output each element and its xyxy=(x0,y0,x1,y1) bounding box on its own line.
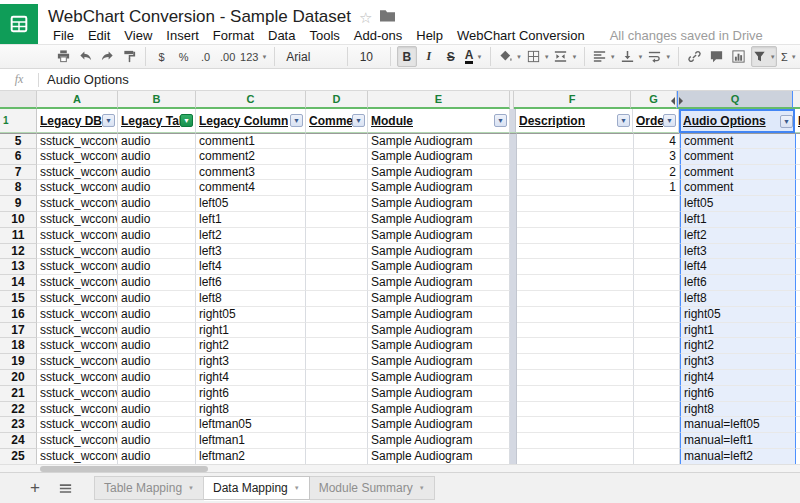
header-cell-C[interactable]: Legacy Column▼ xyxy=(196,109,306,133)
horizontal-align-button[interactable]: ▼ xyxy=(591,46,617,67)
cell-G14[interactable] xyxy=(634,275,680,291)
cell-Q21[interactable]: right6 xyxy=(680,386,796,402)
fill-color-button[interactable]: ▼ xyxy=(497,46,523,67)
frozen-pane-divider[interactable] xyxy=(510,386,517,402)
frozen-pane-divider[interactable] xyxy=(510,244,517,260)
cell-A7[interactable]: sstuck_wcconv xyxy=(37,165,118,181)
cell-Q17[interactable]: right1 xyxy=(680,323,796,339)
cell-E22[interactable]: Sample Audiogram xyxy=(368,402,510,418)
cell-Q8[interactable]: comment xyxy=(680,180,796,196)
frozen-pane-divider[interactable] xyxy=(510,402,517,418)
hidden-columns-right-arrow-icon[interactable] xyxy=(679,97,683,105)
cell-Q9[interactable]: left05 xyxy=(680,196,796,212)
cell-G7[interactable]: 2 xyxy=(634,165,680,181)
cell-E8[interactable]: Sample Audiogram xyxy=(368,180,510,196)
cell-A11[interactable]: sstuck_wcconv xyxy=(37,228,118,244)
cell-A25[interactable]: sstuck_wcconv xyxy=(37,449,118,465)
cell-A21[interactable]: sstuck_wcconv xyxy=(37,386,118,402)
cell-D20[interactable] xyxy=(306,370,368,386)
cell-C21[interactable]: right6 xyxy=(196,386,306,402)
cell-C16[interactable]: right05 xyxy=(196,307,306,323)
cell-F17[interactable] xyxy=(517,323,634,339)
frozen-pane-divider[interactable] xyxy=(510,133,517,149)
column-header-A[interactable]: A xyxy=(37,91,118,109)
cell-E6[interactable]: Sample Audiogram xyxy=(368,149,510,165)
redo-button[interactable] xyxy=(97,46,117,67)
cell-partial17[interactable] xyxy=(796,323,800,339)
select-all-corner[interactable] xyxy=(0,91,37,109)
frozen-pane-divider[interactable] xyxy=(510,417,517,433)
active-filter-funnel-button[interactable]: ▼ xyxy=(180,114,193,127)
text-color-button[interactable]: A▼ xyxy=(463,46,485,67)
cell-Q19[interactable]: right3 xyxy=(680,354,796,370)
cell-Q13[interactable]: left4 xyxy=(680,259,796,275)
cell-partial15[interactable] xyxy=(796,291,800,307)
cell-A17[interactable]: sstuck_wcconv xyxy=(37,323,118,339)
cell-D7[interactable] xyxy=(306,165,368,181)
increase-decimals-button[interactable]: .00 xyxy=(218,46,238,67)
header-cell-E[interactable]: Module▼ xyxy=(368,109,510,133)
row-header-10[interactable]: 10 xyxy=(0,212,37,228)
frozen-pane-divider[interactable] xyxy=(510,228,517,244)
cell-G15[interactable] xyxy=(634,291,680,307)
frozen-pane-divider[interactable] xyxy=(510,149,517,165)
cell-C20[interactable]: right4 xyxy=(196,370,306,386)
cell-C9[interactable]: left05 xyxy=(196,196,306,212)
cell-E25[interactable]: Sample Audiogram xyxy=(368,449,510,465)
row-header-11[interactable]: 11 xyxy=(0,228,37,244)
sheet-tab-table-mapping[interactable]: Table Mapping▼ xyxy=(94,476,204,500)
cell-F12[interactable] xyxy=(517,244,634,260)
cell-D10[interactable] xyxy=(306,212,368,228)
cell-F16[interactable] xyxy=(517,307,634,323)
cell-F20[interactable] xyxy=(517,370,634,386)
cell-G25[interactable] xyxy=(634,449,680,465)
cell-A14[interactable]: sstuck_wcconv xyxy=(37,275,118,291)
row-header-25[interactable]: 25 xyxy=(0,449,37,465)
cell-E21[interactable]: Sample Audiogram xyxy=(368,386,510,402)
cell-C22[interactable]: right8 xyxy=(196,402,306,418)
menu-webchart-conversion[interactable]: WebChart Conversion xyxy=(450,27,592,44)
cell-partial21[interactable] xyxy=(796,386,800,402)
cell-D5[interactable] xyxy=(306,133,368,149)
frozen-pane-divider[interactable] xyxy=(510,165,517,181)
cell-D25[interactable] xyxy=(306,449,368,465)
cell-B21[interactable]: audio xyxy=(118,386,196,402)
print-button[interactable] xyxy=(53,46,73,67)
cell-A15[interactable]: sstuck_wcconv xyxy=(37,291,118,307)
cell-B11[interactable]: audio xyxy=(118,228,196,244)
cell-G9[interactable] xyxy=(634,196,680,212)
folder-icon[interactable] xyxy=(380,8,395,26)
merge-cells-button[interactable]: ▼ xyxy=(553,46,579,67)
cell-partial10[interactable] xyxy=(796,212,800,228)
cell-partial14[interactable] xyxy=(796,275,800,291)
filter-dropdown-button[interactable]: ▼ xyxy=(617,114,630,127)
cell-A23[interactable]: sstuck_wcconv xyxy=(37,417,118,433)
row-header-18[interactable]: 18 xyxy=(0,338,37,354)
cell-E5[interactable]: Sample Audiogram xyxy=(368,133,510,149)
frozen-pane-divider[interactable] xyxy=(510,449,517,465)
formula-input[interactable]: Audio Options xyxy=(47,72,129,87)
cell-D6[interactable] xyxy=(306,149,368,165)
row-header-7[interactable]: 7 xyxy=(0,165,37,181)
cell-E12[interactable]: Sample Audiogram xyxy=(368,244,510,260)
cell-E13[interactable]: Sample Audiogram xyxy=(368,259,510,275)
cell-partial25[interactable] xyxy=(796,449,800,465)
cell-F25[interactable] xyxy=(517,449,634,465)
cell-G16[interactable] xyxy=(634,307,680,323)
column-header-E[interactable]: E xyxy=(368,91,510,109)
italic-button[interactable]: I xyxy=(419,46,439,67)
frozen-pane-divider[interactable] xyxy=(510,433,517,449)
menu-tools[interactable]: Tools xyxy=(302,27,346,44)
frozen-pane-divider[interactable] xyxy=(510,196,517,212)
cell-partial13[interactable] xyxy=(796,259,800,275)
cell-F19[interactable] xyxy=(517,354,634,370)
cell-F10[interactable] xyxy=(517,212,634,228)
cell-E7[interactable]: Sample Audiogram xyxy=(368,165,510,181)
cell-A13[interactable]: sstuck_wcconv xyxy=(37,259,118,275)
cell-partial9[interactable] xyxy=(796,196,800,212)
cell-D15[interactable] xyxy=(306,291,368,307)
cell-B18[interactable]: audio xyxy=(118,338,196,354)
cell-Q10[interactable]: left1 xyxy=(680,212,796,228)
row-header-17[interactable]: 17 xyxy=(0,323,37,339)
column-header-B[interactable]: B xyxy=(118,91,196,109)
